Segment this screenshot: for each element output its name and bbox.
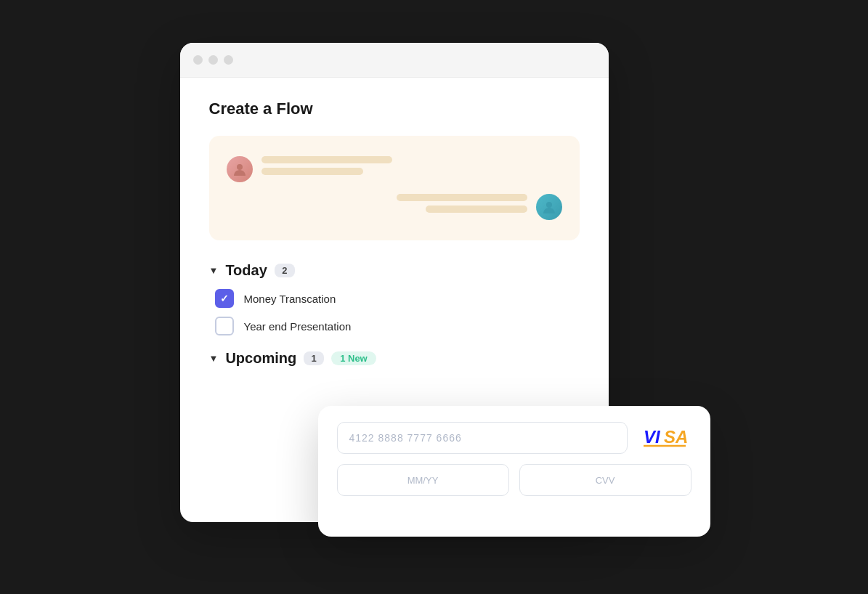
today-chevron-icon[interactable]: ▼ (209, 265, 219, 276)
avatar-right (536, 194, 562, 220)
checkmark-icon: ✓ (220, 293, 229, 304)
visa-logo: VI SA (644, 427, 687, 449)
svg-point-1 (546, 202, 552, 208)
task-label-2: Year end Presentation (244, 320, 352, 333)
traffic-dot-1 (193, 55, 203, 65)
visa-logo-box: VI SA (639, 427, 691, 449)
avatar-left (227, 156, 253, 182)
window-titlebar (180, 43, 609, 78)
card-number-row: 4122 8888 7777 6666 VI SA (337, 422, 691, 454)
upcoming-count-badge: 1 (304, 351, 324, 365)
scene: Create a Flow (180, 43, 689, 551)
today-section-title: Today (225, 262, 267, 279)
upcoming-chevron-icon[interactable]: ▼ (209, 353, 219, 364)
card-bottom-row: MM/YY CVV (337, 464, 691, 496)
bubble-line-2 (261, 168, 363, 175)
traffic-dot-3 (224, 55, 233, 65)
task-item-1: ✓ Money Transcation (215, 289, 580, 308)
svg-text:SA: SA (664, 427, 687, 447)
bubble-line-4 (426, 206, 527, 213)
card-number-placeholder: 4122 8888 7777 6666 (349, 432, 462, 444)
chat-bubbles-right (227, 194, 527, 213)
upcoming-section-title: Upcoming (225, 350, 296, 367)
traffic-dot-2 (208, 55, 218, 65)
today-count-badge: 2 (275, 264, 295, 277)
mm-yy-field[interactable]: MM/YY (337, 464, 509, 496)
checkbox-task-1[interactable]: ✓ (215, 289, 234, 308)
page-title: Create a Flow (209, 99, 580, 118)
chat-preview-card (209, 136, 580, 240)
mm-yy-placeholder: MM/YY (407, 475, 439, 486)
chat-row-right (227, 194, 562, 220)
today-section: ▼ Today 2 ✓ Money Transcation (209, 262, 580, 335)
cvv-field[interactable]: CVV (519, 464, 691, 496)
chat-row-left (227, 156, 562, 182)
new-badge: 1 New (331, 351, 376, 365)
bubble-line-3 (397, 194, 527, 201)
card-number-field[interactable]: 4122 8888 7777 6666 (337, 422, 628, 454)
chat-bubbles-left (261, 156, 562, 175)
cvv-placeholder: CVV (596, 475, 615, 486)
task-label-1: Money Transcation (244, 293, 336, 305)
upcoming-section: ▼ Upcoming 1 1 New (209, 350, 580, 367)
today-section-header: ▼ Today 2 (209, 262, 580, 279)
visa-svg: VI SA (644, 427, 687, 449)
bubble-line-1 (261, 156, 392, 163)
svg-point-0 (237, 164, 243, 170)
upcoming-section-header: ▼ Upcoming 1 1 New (209, 350, 580, 367)
task-item-2: Year end Presentation (215, 317, 580, 335)
checkbox-task-2[interactable] (215, 317, 234, 335)
task-list-today: ✓ Money Transcation Year end Presentatio… (209, 289, 580, 335)
window-content: Create a Flow (180, 78, 609, 403)
credit-card-widget: 4122 8888 7777 6666 VI SA MM/YY CVV (318, 406, 710, 537)
svg-text:VI: VI (644, 427, 661, 447)
